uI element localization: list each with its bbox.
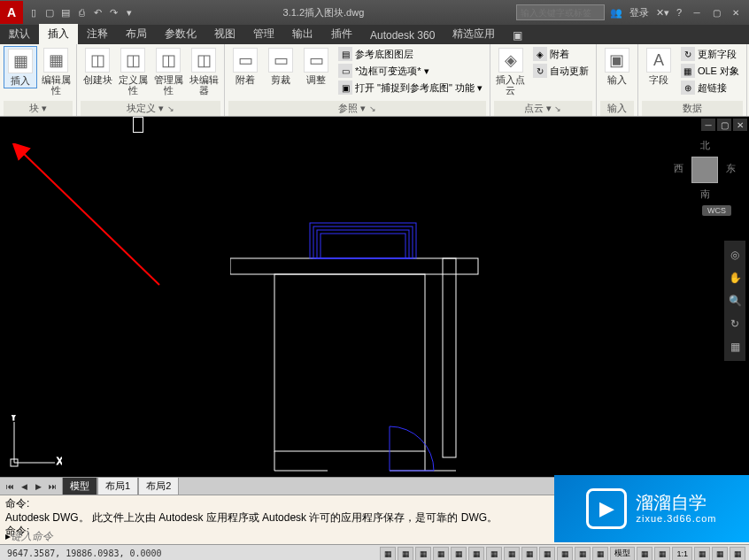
qat-btn[interactable]: ⎙ <box>74 5 89 19</box>
qat-btn[interactable]: ▢ <box>42 5 57 19</box>
close-button[interactable]: ✕ <box>728 6 744 19</box>
maximize-button[interactable]: ▢ <box>708 6 724 19</box>
ole-item[interactable]: ▦OLE 对象 <box>677 63 743 79</box>
block-editor-button[interactable]: ◫块编辑器 <box>187 46 220 97</box>
edit-attr-button[interactable]: ▦编辑属性 <box>39 46 73 97</box>
layout2-tab[interactable]: 布局2 <box>138 477 179 495</box>
launcher-icon[interactable]: ↘ <box>554 104 561 113</box>
tab-insert[interactable]: 插入 <box>39 24 78 44</box>
status-toggle[interactable]: ▦ <box>504 547 520 561</box>
status-toggle[interactable]: ▦ <box>557 547 573 561</box>
showmotion-icon[interactable]: ▦ <box>726 338 744 356</box>
tab-view[interactable]: 视图 <box>205 24 244 44</box>
qat-btn[interactable]: ▯ <box>27 5 41 19</box>
panel-title[interactable]: 参照 ▾ ↘ <box>228 101 486 116</box>
viewcube-north[interactable]: 北 <box>700 139 710 152</box>
svg-text:X: X <box>57 456 62 466</box>
svg-rect-8 <box>310 223 416 258</box>
status-toggle[interactable]: ▦ <box>398 547 413 561</box>
tab-annotate[interactable]: 注释 <box>78 24 117 44</box>
wheel-icon[interactable]: ◎ <box>726 246 744 264</box>
viewcube[interactable]: 北 南 东 西 <box>674 139 736 201</box>
status-toggle[interactable]: ▦ <box>486 547 502 561</box>
panel-title[interactable]: 块定义 ▾ ↘ <box>81 101 220 116</box>
qat-btn[interactable]: ↶ <box>90 5 104 19</box>
status-toggle[interactable]: ▦ <box>521 547 537 561</box>
frame-vary-item[interactable]: ▭*边框可变选项* ▾ <box>335 63 486 79</box>
doc-restore-button[interactable]: ▢ <box>717 119 731 131</box>
tab-manage[interactable]: 管理 <box>244 24 283 44</box>
import-button[interactable]: ▣输入 <box>600 46 634 87</box>
app-logo-icon[interactable]: A <box>0 1 23 24</box>
tab-last-button[interactable]: ⏭ <box>46 480 58 493</box>
tab-next-button[interactable]: ▶ <box>32 480 44 493</box>
manage-attr-button[interactable]: ◫管理属性 <box>151 46 185 97</box>
qat-btn[interactable]: ▤ <box>58 5 73 19</box>
create-block-button[interactable]: ◫创建块 <box>81 46 114 87</box>
tab-more[interactable]: ▣ <box>504 27 531 44</box>
status-toggle[interactable]: ▦ <box>380 547 396 561</box>
viewcube-west[interactable]: 西 <box>674 162 683 175</box>
status-toggle[interactable]: ▦ <box>730 547 745 561</box>
status-toggle[interactable]: ▦ <box>451 547 467 561</box>
doc-close-button[interactable]: ✕ <box>733 119 747 131</box>
viewcube-east[interactable]: 东 <box>726 162 736 175</box>
launcher-icon[interactable]: ↘ <box>167 104 174 113</box>
tab-parametric[interactable]: 参数化 <box>156 24 205 44</box>
login-link[interactable]: 登录 <box>629 6 649 19</box>
anno-scale[interactable]: 1:1 <box>672 547 692 561</box>
pc-update-item[interactable]: ↻自动更新 <box>529 63 592 79</box>
status-toggle[interactable]: ▦ <box>468 547 484 561</box>
attach-button[interactable]: ▭附着 <box>228 46 262 87</box>
insert-pc-button[interactable]: ◈插入点云 <box>494 46 528 97</box>
hyperlink-item[interactable]: ⊕超链接 <box>677 80 743 96</box>
field-button[interactable]: A字段 <box>642 46 676 87</box>
orbit-icon[interactable]: ↻ <box>726 315 744 333</box>
qat-btn[interactable]: ↷ <box>106 5 120 19</box>
viewcube-face[interactable] <box>691 157 718 183</box>
insert-block-button[interactable]: ▦插入 <box>4 46 37 88</box>
tab-output[interactable]: 输出 <box>283 24 322 44</box>
tab-default[interactable]: 默认 <box>0 24 39 44</box>
exchange-icon[interactable]: ✕▾ <box>656 7 669 19</box>
doc-minimize-button[interactable]: ─ <box>701 119 715 131</box>
status-toggle[interactable]: ▦ <box>592 547 608 561</box>
status-toggle[interactable]: ▦ <box>433 547 449 561</box>
wcs-badge[interactable]: WCS <box>702 205 731 216</box>
qat-btn[interactable]: ▾ <box>122 5 136 19</box>
status-toggle[interactable]: ▦ <box>637 547 652 561</box>
tab-first-button[interactable]: ⏮ <box>4 480 16 493</box>
launcher-icon[interactable]: ↘ <box>369 104 376 113</box>
help-icon[interactable]: ? <box>676 7 682 18</box>
coordinates-readout[interactable]: 9647.3587, 19886.0983, 0.0000 <box>0 548 169 558</box>
status-toggle[interactable]: ▦ <box>575 547 591 561</box>
tab-featured[interactable]: 精选应用 <box>444 24 504 44</box>
status-toggle[interactable]: ▦ <box>654 547 670 561</box>
search-input[interactable] <box>516 4 605 20</box>
panel-title[interactable]: 点云 ▾ ↘ <box>494 101 592 116</box>
tab-a360[interactable]: Autodesk 360 <box>361 27 444 44</box>
model-space-button[interactable]: 模型 <box>610 547 635 561</box>
define-attr-button[interactable]: ◫定义属性 <box>116 46 150 97</box>
viewcube-south[interactable]: 南 <box>700 188 710 201</box>
status-toggle[interactable]: ▦ <box>694 547 710 561</box>
panel-title[interactable]: 块 ▾ <box>4 101 73 116</box>
status-toggle[interactable]: ▦ <box>415 547 431 561</box>
drawing-canvas[interactable]: ─ ▢ ✕ 北 南 东 西 WCS ◎ <box>0 117 749 477</box>
zoom-icon[interactable]: 🔍 <box>726 292 744 310</box>
clip-button[interactable]: ▭剪裁 <box>264 46 297 87</box>
model-tab[interactable]: 模型 <box>62 477 97 495</box>
status-toggle[interactable]: ▦ <box>539 547 555 561</box>
minimize-button[interactable]: ─ <box>689 6 705 19</box>
underlay-layer-item[interactable]: ▤参考底图图层 <box>335 46 486 62</box>
layout1-tab[interactable]: 布局1 <box>97 477 138 495</box>
status-toggle[interactable]: ▦ <box>712 547 728 561</box>
adjust-button[interactable]: ▭调整 <box>299 46 333 87</box>
snap-underlay-item[interactable]: ▣打开 "捕捉到参考底图" 功能 ▾ <box>335 80 486 96</box>
pan-icon[interactable]: ✋ <box>726 269 744 287</box>
tab-prev-button[interactable]: ◀ <box>18 480 30 493</box>
tab-layout[interactable]: 布局 <box>117 24 156 44</box>
update-field-item[interactable]: ↻更新字段 <box>677 46 743 62</box>
pc-attach-item[interactable]: ◈附着 <box>529 46 592 62</box>
tab-plugins[interactable]: 插件 <box>322 24 361 44</box>
